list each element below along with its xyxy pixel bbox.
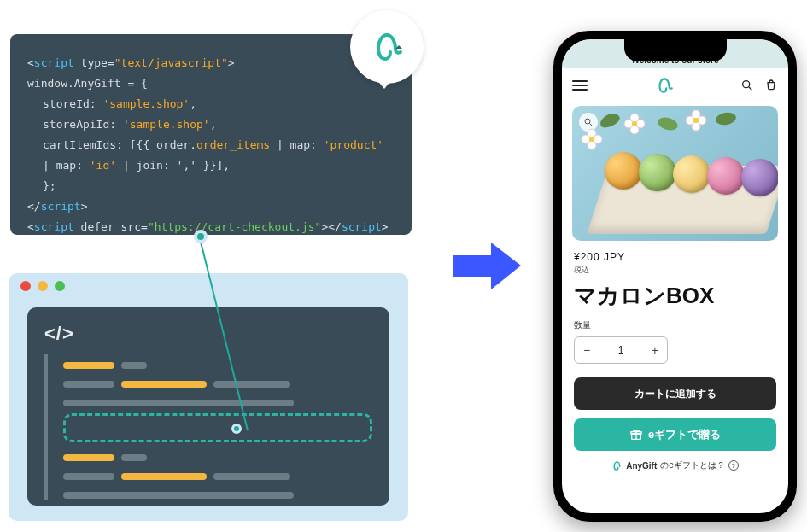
search-icon[interactable] [740,79,754,92]
code-line-8: <script defer src="https://cart-checkout… [27,217,395,237]
product-price: ¥200 JPY [574,251,776,263]
phone-notch [624,39,727,61]
product-info: ¥200 JPY 税込 マカロンBOX 数量 − 1 + [562,248,788,364]
window-close-dot [20,281,31,291]
svg-point-4 [585,119,590,124]
svg-line-5 [590,124,593,126]
tax-label: 税込 [574,265,776,276]
code-icon: </> [44,323,372,345]
code-line-5: cartItemIds: [{{ order.order_items | map… [27,135,395,176]
qty-value: 1 [618,344,624,356]
anygift-helper-link[interactable]: AnyGift のeギフトとは？ ? [562,459,788,471]
window-min-dot [38,281,48,291]
code-line-7: </script> [27,196,395,217]
svg-point-14 [624,120,633,128]
insertion-slot [63,413,372,442]
cart-icon[interactable] [764,79,778,92]
svg-point-2 [743,81,750,88]
helper-text: のeギフトとは？ [660,459,725,471]
qty-increase[interactable]: + [652,343,658,357]
svg-point-9 [582,135,590,143]
phone-screen: Welcome to our store [562,39,788,513]
product-name: マカロンBOX [574,281,776,311]
svg-line-3 [749,87,751,90]
product-image[interactable] [572,106,778,241]
quantity-label: 数量 [574,319,776,331]
svg-marker-1 [453,243,521,289]
svg-point-20 [693,118,699,123]
anygift-logo-bubble [350,10,424,84]
menu-icon[interactable] [572,80,588,91]
code-line-4: storeApiId: 'sample.shop', [27,114,395,135]
svg-point-15 [632,121,637,126]
store-topbar [562,68,788,102]
code-line-2: window.AnyGift = { [27,73,395,94]
egift-label: eギフトで贈る [648,427,721,442]
code-line-6: }; [27,176,395,196]
svg-point-19 [686,116,694,125]
editor-body: </> [27,307,389,506]
add-to-cart-button[interactable]: カートに追加する [574,377,776,410]
window-max-dot [55,281,65,291]
helper-brand: AnyGift [626,461,657,471]
connector-target-dot [231,424,242,434]
egift-button[interactable]: eギフトで贈る [574,418,776,451]
gift-icon [629,428,643,441]
editor-window: </> [9,273,408,521]
code-line-1: <script type="text/javascript"> [27,53,395,73]
help-icon: ? [728,460,739,471]
qty-decrease[interactable]: − [583,343,590,357]
window-controls [9,273,408,299]
phone-mockup: Welcome to our store [553,31,797,522]
code-line-3: storeId: 'sample.shop', [27,94,395,114]
quantity-stepper[interactable]: − 1 + [574,336,668,364]
connector-source-dot [194,230,208,243]
anygift-mini-icon [611,460,623,471]
add-to-cart-label: カートに追加する [634,387,716,401]
svg-point-10 [589,137,594,142]
editor-lines [44,354,372,500]
code-snippet: <script type="text/javascript"> window.A… [10,34,412,235]
store-logo-icon [655,76,674,95]
arrow-icon [453,243,521,289]
anygift-logo-icon [370,30,404,64]
